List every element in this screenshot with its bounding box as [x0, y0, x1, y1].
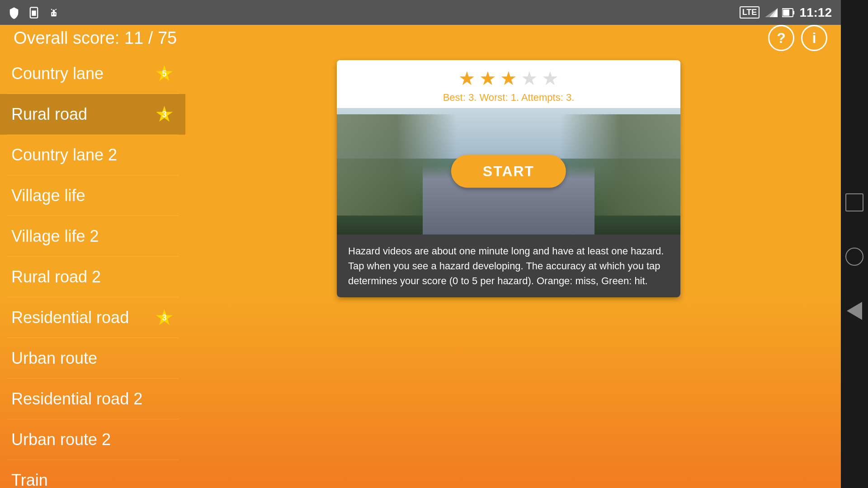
card-image: START: [337, 108, 680, 235]
route-list: Country lane★5Rural road★3Country lane 2…: [0, 51, 185, 488]
route-label-urban-route: Urban route: [11, 349, 97, 368]
route-label-rural-road: Rural road: [11, 105, 87, 124]
svg-point-6: [53, 9, 54, 10]
shield-icon: [7, 5, 21, 20]
route-label-rural-road-2: Rural road 2: [11, 267, 101, 286]
filled-star-1: ★: [479, 69, 496, 88]
route-label-country-lane-2: Country lane 2: [11, 145, 117, 164]
stars-row: ★★★★★: [458, 69, 559, 88]
android-home-button[interactable]: [845, 248, 863, 266]
svg-rect-13: [793, 11, 794, 14]
android-nav: [841, 25, 868, 488]
route-item-rural-road-2[interactable]: Rural road 2: [0, 257, 185, 297]
route-item-country-lane[interactable]: Country lane★5: [0, 53, 185, 94]
signal-icon: [764, 7, 778, 18]
svg-rect-1: [32, 10, 36, 16]
route-card: ★★★★★ Best: 3. Worst: 1. Attempts: 3. ST…: [337, 60, 680, 297]
route-item-urban-route-2[interactable]: Urban route 2: [0, 419, 185, 460]
route-item-village-life[interactable]: Village life: [0, 175, 185, 216]
filled-star-0: ★: [458, 69, 476, 88]
info-button[interactable]: i: [801, 25, 827, 51]
clock: 11:12: [799, 5, 832, 20]
route-label-urban-route-2: Urban route 2: [11, 430, 111, 449]
card-stars: ★★★★★ Best: 3. Worst: 1. Attempts: 3.: [337, 60, 680, 108]
lte-badge: LTE: [740, 6, 760, 19]
route-label-residential-road-2: Residential road 2: [11, 389, 142, 408]
route-item-train[interactable]: Train: [0, 460, 185, 488]
android-recent-button[interactable]: [845, 193, 863, 211]
content-area: Country lane★5Rural road★3Country lane 2…: [0, 51, 841, 488]
badge-number: 3: [162, 110, 166, 119]
top-bar-icons: ? i: [768, 25, 827, 51]
filled-star-2: ★: [500, 69, 517, 88]
svg-rect-14: [783, 9, 789, 16]
route-label-village-life-2: Village life 2: [11, 227, 99, 246]
route-label-country-lane: Country lane: [11, 64, 104, 83]
status-bar: LTE 11:12: [0, 0, 841, 25]
card-description: Hazard videos are about one minute long …: [337, 235, 680, 297]
badge-number: 3: [162, 313, 166, 323]
attempts-text: Best: 3. Worst: 1. Attempts: 3.: [443, 92, 575, 103]
route-label-village-life: Village life: [11, 186, 85, 205]
route-item-residential-road[interactable]: Residential road★3: [0, 297, 185, 338]
help-button[interactable]: ?: [768, 25, 794, 51]
empty-star-4: ★: [542, 69, 559, 88]
sim-icon: [27, 5, 41, 20]
top-bar: Overall score: 11 / 75 ? i: [0, 25, 841, 51]
start-button[interactable]: START: [451, 155, 566, 188]
route-item-rural-road[interactable]: Rural road★3: [0, 94, 185, 135]
app-container: Overall score: 11 / 75 ? i Country lane★…: [0, 25, 841, 488]
android-back-button[interactable]: [847, 302, 862, 320]
route-badge-country-lane: ★5: [155, 63, 174, 84]
badge-number: 5: [162, 69, 166, 79]
overall-score: Overall score: 11 / 75: [14, 28, 177, 48]
status-right: LTE 11:12: [740, 5, 832, 20]
route-item-urban-route[interactable]: Urban route: [0, 338, 185, 379]
empty-star-3: ★: [521, 69, 538, 88]
route-item-country-lane-2[interactable]: Country lane 2: [0, 135, 185, 175]
route-label-residential-road: Residential road: [11, 308, 129, 327]
route-label-train: Train: [11, 471, 48, 488]
main-panel: ★★★★★ Best: 3. Worst: 1. Attempts: 3. ST…: [185, 51, 841, 488]
svg-point-3: [52, 13, 53, 14]
route-item-village-life-2[interactable]: Village life 2: [0, 216, 185, 257]
svg-point-4: [55, 13, 56, 14]
robot-icon: [47, 5, 61, 20]
battery-icon: [782, 7, 795, 18]
route-item-residential-road-2[interactable]: Residential road 2: [0, 379, 185, 419]
svg-line-8: [56, 9, 57, 9]
route-badge-residential-road: ★3: [155, 307, 174, 328]
status-icons-left: [7, 5, 61, 20]
route-badge-rural-road: ★3: [155, 103, 174, 125]
svg-line-7: [51, 9, 52, 9]
